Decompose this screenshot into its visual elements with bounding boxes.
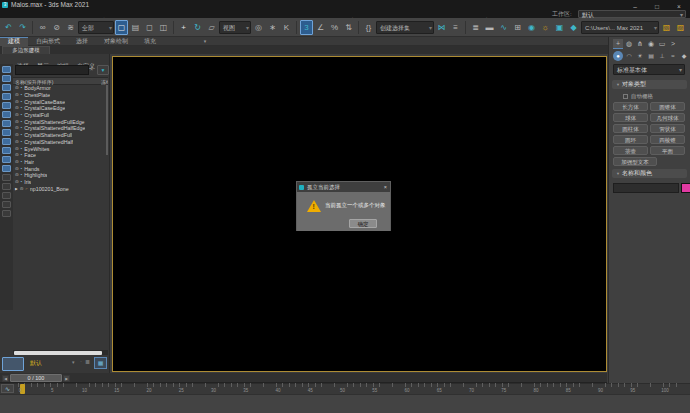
rectangular-selection-region-icon[interactable]: ◻	[143, 20, 156, 35]
display-filter-icon[interactable]	[2, 183, 11, 190]
render-setup-icon[interactable]: ☼	[539, 20, 552, 35]
scene-explorer-row[interactable]: ⊙▪Iris	[13, 179, 108, 186]
display-filter-icon[interactable]	[2, 147, 11, 154]
scene-explorer-row[interactable]: ⊙▪CrystalFull	[13, 112, 108, 119]
time-slider-handle[interactable]: 0 / 100	[10, 374, 62, 382]
object-type-button[interactable]: 平面	[650, 146, 685, 155]
scene-explorer-row[interactable]: ⊙▪CrystalCaseEdge	[13, 105, 108, 112]
layer-manager-icon[interactable]: ≣	[469, 20, 482, 35]
visibility-eye-icon[interactable]: ⊙	[15, 119, 19, 125]
category-lights-icon[interactable]: ☀	[635, 51, 645, 61]
snaps-toggle-3d-icon[interactable]: 3	[300, 20, 313, 35]
isolate-toggle-button[interactable]	[2, 357, 24, 371]
display-filter-icon[interactable]	[2, 201, 11, 208]
mini-curve-editor-icon[interactable]: ∿	[1, 384, 14, 393]
scene-explorer-row[interactable]: ⊙▪CrystalShatteredHalfEdge	[13, 125, 108, 132]
workspace-dropdown[interactable]: 默认▾	[578, 10, 686, 18]
category-helpers-icon[interactable]: ⊥	[657, 51, 667, 61]
object-type-button[interactable]: 长方体	[613, 102, 648, 111]
ribbon-collapse-icon[interactable]: ▾	[200, 38, 210, 45]
display-filter-icon[interactable]	[2, 102, 11, 109]
visibility-eye-icon[interactable]: ⊙	[15, 172, 19, 178]
display-filter-icon[interactable]	[2, 174, 11, 181]
display-filter-icon[interactable]	[2, 156, 11, 163]
select-and-rotate-icon[interactable]: ↻	[191, 20, 204, 35]
percent-snap-toggle-icon[interactable]: %	[328, 20, 341, 35]
ribbon-tab[interactable]: 对象绘制	[96, 37, 136, 46]
tab-motion-icon[interactable]: ◉	[646, 39, 656, 49]
redo-icon[interactable]: ↷	[16, 20, 29, 35]
ok-button[interactable]: 确定	[349, 219, 377, 228]
object-type-button[interactable]: 加强型文本	[613, 157, 657, 166]
category-spacewarps-icon[interactable]: ≈	[668, 51, 678, 61]
category-shapes-icon[interactable]: ◠	[624, 51, 634, 61]
select-and-link-icon[interactable]: ∞	[36, 20, 49, 35]
object-type-button[interactable]: 几何球体	[650, 113, 685, 122]
display-filter-icon[interactable]	[2, 84, 11, 91]
tab-modify-icon[interactable]: ◍	[624, 39, 634, 49]
material-editor-icon[interactable]: ◉	[525, 20, 538, 35]
object-type-button[interactable]: 圆环	[613, 135, 648, 144]
use-pivot-point-center-icon[interactable]: ◎	[252, 20, 265, 35]
rollout-name-color[interactable]: ▼名称和颜色	[612, 169, 687, 178]
scene-explorer-row[interactable]: ⊙▪CrystalShatteredFullEdge	[13, 118, 108, 125]
horizontal-scrollbar-thumb[interactable]	[14, 351, 102, 355]
scene-explorer-row[interactable]: ⊙▪CrystalShatteredHalf	[13, 139, 108, 146]
render-production-icon[interactable]: ◆	[567, 20, 580, 35]
display-filter-icon[interactable]	[2, 129, 11, 136]
vertical-scrollbar[interactable]	[106, 85, 108, 155]
scene-explorer-row[interactable]: ⊙▪BodyArmor	[13, 85, 108, 92]
scene-explorer-row[interactable]: ⊙▪EyeWhites	[13, 145, 108, 152]
display-filter-icon[interactable]	[2, 93, 11, 100]
object-category-dropdown[interactable]: 标准基本体▾	[613, 64, 685, 75]
mirror-icon[interactable]: ⋈	[435, 20, 448, 35]
visibility-eye-icon[interactable]: ⊙	[15, 112, 19, 118]
scene-explorer-row[interactable]: ⊙▪Hair	[13, 159, 108, 166]
layer-selector-value[interactable]: 默认	[30, 359, 42, 368]
tab-create-icon[interactable]: +	[613, 39, 623, 49]
scene-explorer-row[interactable]: ⊙▪CrystalShatteredFull	[13, 132, 108, 139]
scene-explorer-row[interactable]: ⊙▪Highlights	[13, 172, 108, 179]
time-slider-track[interactable]	[0, 373, 607, 383]
tab-utilities-icon[interactable]: >	[668, 39, 678, 49]
scene-explorer-row[interactable]: ⊙▪CrystalCaseBase	[13, 98, 108, 105]
align-icon[interactable]: ≡	[449, 20, 462, 35]
object-type-button[interactable]: 球体	[613, 113, 648, 122]
project-folder-dropdown[interactable]: C:\Users\... Max 2021▾	[581, 21, 659, 34]
ribbon-subtab-polygon-modeling[interactable]: 多边形建模	[2, 46, 50, 54]
visibility-eye-icon[interactable]: ⊙	[15, 166, 19, 172]
object-type-button[interactable]: 管状体	[650, 124, 685, 133]
visibility-eye-icon[interactable]: ⊙	[15, 152, 19, 158]
spinner-snap-toggle-icon[interactable]: ⇅	[342, 20, 355, 35]
column-frozen-header[interactable]: 冻结	[101, 79, 108, 85]
object-type-button[interactable]: 圆柱体	[613, 124, 648, 133]
dialog-title-bar[interactable]: 孤立当前选择 ×	[297, 182, 390, 192]
visibility-eye-icon[interactable]: ⊙	[15, 99, 19, 105]
curve-editor-icon[interactable]: ∿	[497, 20, 510, 35]
display-filter-icon[interactable]	[2, 210, 11, 217]
display-filter-icon[interactable]	[2, 111, 11, 118]
project-new-icon[interactable]: ▧	[660, 20, 673, 35]
search-clear-icon[interactable]: ×	[90, 66, 93, 72]
object-type-button[interactable]: 茶壶	[613, 146, 648, 155]
selection-filter-dropdown[interactable]: 全部▾	[78, 21, 114, 34]
visibility-eye-icon[interactable]: ⊙	[15, 139, 19, 145]
tab-display-icon[interactable]: ▭	[657, 39, 667, 49]
project-open-icon[interactable]: ▨	[674, 20, 687, 35]
search-input[interactable]	[15, 65, 89, 75]
visibility-eye-icon[interactable]: ⊙	[15, 179, 19, 185]
visibility-eye-icon[interactable]: ⊙	[15, 92, 19, 98]
scene-explorer-toggle-icon[interactable]: ▦	[94, 357, 107, 369]
ribbon-tab[interactable]: 自由形式	[28, 37, 68, 46]
display-filter-icon[interactable]	[2, 138, 11, 145]
scene-explorer-row[interactable]: ⊙▪ChestPlate	[13, 92, 108, 99]
dialog-close-icon[interactable]: ×	[384, 184, 387, 190]
select-and-manipulate-icon[interactable]: ∗	[266, 20, 279, 35]
display-filter-icon[interactable]	[2, 165, 11, 172]
keyboard-shortcut-override-icon[interactable]: K	[280, 20, 293, 35]
angle-snap-toggle-icon[interactable]: ∠	[314, 20, 327, 35]
undo-icon[interactable]: ↶	[2, 20, 15, 35]
reference-coordinate-system-dropdown[interactable]: 视图▾	[219, 21, 251, 34]
category-systems-icon[interactable]: ◆	[679, 51, 689, 61]
object-color-swatch[interactable]	[681, 183, 690, 193]
